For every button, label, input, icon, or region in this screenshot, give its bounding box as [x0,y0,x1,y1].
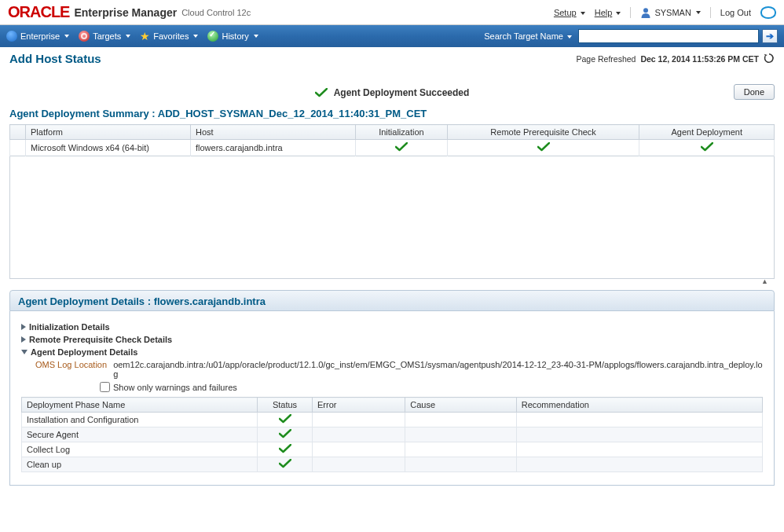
refresh-button[interactable] [764,53,775,65]
dropdown-icon [64,35,69,38]
dropdown-icon [126,35,130,38]
phase-status [258,413,313,427]
divider [710,7,711,18]
table-row[interactable]: Installation and Configuration [22,413,763,427]
search-target-dropdown[interactable]: Search Target Name [484,31,572,41]
product-name: Enterprise Manager [74,6,177,19]
check-icon [537,142,550,152]
check-icon [279,414,291,424]
cell-platform: Microsoft Windows x64 (64-bit) [26,140,191,156]
phase-recommendation [516,442,762,457]
nav-favorites[interactable]: ★ Favorites [140,31,198,42]
nav-history[interactable]: History [207,31,258,42]
phase-recommendation [516,427,762,442]
title-row: Add Host Status Page Refreshed Dec 12, 2… [0,47,784,68]
show-only-warnings-label[interactable]: Show only warnings and failures [113,383,237,392]
dropdown-icon [696,11,701,14]
dropdown-icon [567,35,572,39]
product-subtitle: Cloud Control 12c [181,8,251,17]
section-remote-prereq-details[interactable]: Remote Prerequisite Check Details [21,335,763,344]
col-phase-error[interactable]: Error [313,398,405,413]
check-icon [279,444,291,453]
check-icon [701,142,713,152]
phase-cause [405,413,516,427]
col-platform[interactable]: Platform [26,125,191,140]
section-initialization-details[interactable]: Initialization Details [21,322,763,332]
phase-error [313,413,405,427]
phase-recommendation [516,413,762,427]
phase-recommendation [516,457,762,472]
help-menu[interactable]: Help [595,8,621,17]
logout-link[interactable]: Log Out [720,8,751,17]
col-prereq[interactable]: Remote Prerequisite Check [447,125,639,140]
phase-status [258,427,313,442]
details-body: Initialization Details Remote Prerequisi… [9,311,775,486]
section-agent-deployment-details[interactable]: Agent Deployment Details [21,347,763,357]
search-input[interactable] [578,29,759,43]
show-only-warnings-checkbox[interactable] [100,382,110,392]
dropdown-icon [254,35,258,38]
phase-name: Secure Agent [22,427,258,442]
filter-row: Show only warnings and failures [100,382,763,392]
phase-name: Installation and Configuration [22,413,258,427]
col-phase-name[interactable]: Deployment Phase Name [22,398,258,413]
refresh-info: Page Refreshed Dec 12, 2014 11:53:26 PM … [577,53,775,65]
nav-bar: Enterprise Targets ★ Favorites History S… [0,25,784,47]
phase-status [258,442,313,457]
details-header: Agent Deployment Details : flowers.caraj… [9,290,775,311]
status-banner: Agent Deployment Succeeded Done [9,68,775,106]
history-icon [207,31,218,42]
phase-cause [405,427,516,442]
cell-init-status [356,140,448,156]
details-title: Agent Deployment Details : flowers.caraj… [18,295,766,307]
check-icon [395,142,408,152]
summary-table: Platform Host Initialization Remote Prer… [9,124,775,156]
nav-enterprise[interactable]: Enterprise [6,31,69,42]
status-message: Agent Deployment Succeeded [315,87,470,98]
nav-search: Search Target Name ➔ [484,29,778,43]
setup-menu[interactable]: Setup [554,8,585,17]
splitter-handle[interactable] [757,279,768,287]
star-icon: ★ [140,31,150,42]
log-label: OMS Log Location [35,360,107,369]
content: Agent Deployment Succeeded Done Agent De… [0,68,784,501]
top-right-menu: Setup Help SYSMAN Log Out [554,6,776,19]
summary-title: Agent Deployment Summary : ADD_HOST_SYSM… [9,108,775,119]
page-title: Add Host Status [9,52,101,65]
phase-cause [405,442,516,457]
col-init[interactable]: Initialization [356,125,448,140]
divider [630,7,631,18]
oracle-logo: ORACLE [8,3,69,21]
user-menu[interactable]: SYSMAN [640,7,700,18]
phase-error [313,427,405,442]
log-value: oem12c.carajandb.intra:/u01/app/oracle/p… [113,360,763,379]
col-phase-recommendation[interactable]: Recommendation [516,398,762,413]
done-button[interactable]: Done [734,84,775,100]
dropdown-icon [616,12,621,15]
arrow-right-icon: ➔ [766,31,774,42]
col-deploy[interactable]: Agent Deployment [639,125,775,140]
phase-error [313,442,405,457]
col-handle [10,125,26,140]
expand-icon [21,324,26,330]
target-icon [79,31,90,42]
search-go-button[interactable]: ➔ [762,29,778,43]
collapse-icon [21,350,27,354]
phase-name: Collect Log [22,442,258,457]
nav-targets[interactable]: Targets [79,31,130,42]
globe-icon [6,31,17,42]
refresh-timestamp: Dec 12, 2014 11:53:26 PM CET [640,54,759,64]
table-row[interactable]: Collect Log [22,442,763,457]
summary-table-body-pad [9,156,775,279]
user-icon [640,7,651,18]
phase-cause [405,457,516,472]
col-phase-status[interactable]: Status [258,398,313,413]
table-row[interactable]: Clean up [22,457,763,472]
table-row[interactable]: Secure Agent [22,427,763,442]
table-row[interactable]: Microsoft Windows x64 (64-bit) flowers.c… [10,140,775,156]
col-host[interactable]: Host [191,125,356,140]
phase-status [258,457,313,472]
cell-deploy-status [639,140,775,156]
dropdown-icon [193,35,198,38]
col-phase-cause[interactable]: Cause [405,398,516,413]
